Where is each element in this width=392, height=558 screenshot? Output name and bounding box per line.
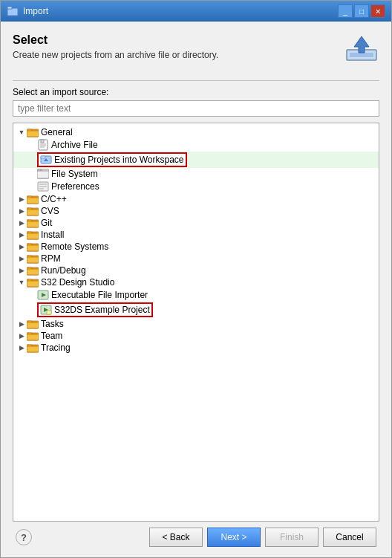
tree-item-git[interactable]: Git (13, 217, 379, 229)
folder-icon-team (27, 331, 39, 341)
window-content: Select Create new projects from an archi… (1, 22, 391, 557)
existing-projects-icon (40, 154, 52, 166)
folder-icon-cpp (27, 194, 39, 204)
folder-icon-git (27, 218, 39, 228)
folder-icon-s32 (27, 277, 39, 288)
filter-input[interactable] (13, 100, 379, 117)
team-label: Team (41, 331, 62, 341)
folder-icon-run-debug (27, 265, 39, 276)
back-button[interactable]: < Back (149, 528, 203, 547)
folder-icon-rpm (27, 253, 39, 264)
tracing-label: Tracing (41, 343, 71, 353)
finish-button[interactable]: Finish (265, 528, 318, 547)
maximize-button[interactable]: □ (354, 4, 369, 18)
remote-systems-label: Remote Systems (41, 241, 108, 252)
svg-rect-46 (27, 281, 39, 287)
tree-item-s32[interactable]: S32 Design Studio (13, 276, 379, 288)
archive-file-icon (37, 139, 49, 151)
tree-item-cpp[interactable]: C/C++ (13, 193, 379, 205)
page-subtitle: Create new projects from an archive file… (13, 50, 218, 60)
s32ds-example-highlight: S32DS Example Project (37, 302, 153, 317)
svg-rect-54 (27, 322, 39, 328)
tree-item-preferences[interactable]: Preferences (13, 180, 379, 193)
page-title: Select (13, 33, 218, 47)
svg-rect-57 (27, 334, 39, 340)
git-label: Git (41, 218, 52, 228)
existing-projects-label: Existing Projects into Workspace (54, 155, 184, 165)
folder-icon-remote (27, 241, 39, 252)
svg-rect-7 (27, 131, 39, 137)
folder-icon-cvs (27, 206, 39, 216)
svg-rect-9 (41, 140, 44, 143)
svg-rect-1 (7, 7, 12, 9)
tree-item-rpm[interactable]: RPM (13, 253, 379, 265)
cancel-button[interactable]: Cancel (323, 528, 376, 547)
general-label: General (41, 127, 73, 137)
tree-item-tracing[interactable]: Tracing (13, 342, 379, 354)
tree-item-cvs[interactable]: CVS (13, 205, 379, 217)
header-icon (344, 33, 379, 65)
expand-arrow-rpm[interactable] (16, 253, 27, 264)
separator (13, 80, 379, 81)
tree-item-file-system[interactable]: File System (13, 168, 379, 180)
tree-item-remote-systems[interactable]: Remote Systems (13, 241, 379, 253)
file-system-label: File System (51, 169, 98, 179)
next-button[interactable]: Next > (207, 528, 261, 547)
tree-item-archive-file[interactable]: Archive File (13, 138, 379, 152)
title-bar: Import _ □ ✕ (1, 1, 391, 22)
window-icon (7, 5, 19, 17)
s32ds-example-label: S32DS Example Project (54, 305, 150, 315)
close-button[interactable]: ✕ (370, 4, 385, 18)
run-debug-label: Run/Debug (41, 265, 86, 276)
bottom-bar: ? < Back Next > Finish Cancel (13, 522, 379, 550)
svg-rect-18 (37, 171, 49, 178)
tree-item-team[interactable]: Team (13, 330, 379, 342)
tasks-label: Tasks (41, 319, 64, 329)
expand-arrow-cvs[interactable] (16, 206, 27, 216)
page-header: Select Create new projects from an archi… (13, 33, 379, 65)
expand-arrow-tracing[interactable] (16, 343, 27, 353)
folder-icon-tracing (27, 343, 39, 353)
filter-label: Select an import source: (13, 87, 379, 97)
tree-container[interactable]: General Archive File (13, 123, 379, 522)
svg-rect-28 (27, 210, 39, 215)
expand-arrow-remote[interactable] (16, 241, 27, 252)
folder-icon-general (27, 127, 39, 137)
expand-arrow-s32[interactable] (16, 277, 27, 288)
tree-item-exec-importer[interactable]: Executable File Importer (13, 288, 379, 302)
minimize-button[interactable]: _ (338, 4, 353, 18)
expand-arrow-cpp[interactable] (16, 194, 27, 204)
expand-arrow-git[interactable] (16, 218, 27, 228)
help-button[interactable]: ? (16, 529, 32, 545)
s32-label: S32 Design Studio (41, 277, 114, 288)
cpp-label: C/C++ (41, 194, 67, 204)
tree-item-tasks[interactable]: Tasks (13, 318, 379, 330)
tree-item-existing-projects[interactable]: Existing Projects into Workspace (13, 152, 379, 168)
svg-rect-14 (41, 156, 45, 158)
svg-rect-60 (27, 346, 39, 352)
svg-rect-34 (27, 233, 39, 239)
exec-importer-icon (37, 289, 49, 301)
tree-item-install[interactable]: Install (13, 229, 379, 241)
expand-arrow-run-debug[interactable] (16, 265, 27, 276)
folder-icon-tasks (27, 319, 39, 329)
window-title: Import (23, 6, 48, 16)
install-label: Install (41, 230, 64, 240)
expand-arrow-team[interactable] (16, 331, 27, 341)
s32ds-example-icon (40, 304, 52, 316)
exec-importer-label: Executable File Importer (51, 290, 148, 300)
preferences-icon (37, 181, 49, 192)
expand-arrow-install[interactable] (16, 230, 27, 240)
cvs-label: CVS (41, 206, 59, 216)
tree-item-general[interactable]: General (13, 126, 379, 138)
expand-arrow-tasks[interactable] (16, 319, 27, 329)
expand-arrow-general[interactable] (16, 127, 27, 137)
tree-item-run-debug[interactable]: Run/Debug (13, 265, 379, 276)
tree-item-s32ds-example[interactable]: S32DS Example Project (13, 302, 379, 318)
svg-rect-3 (350, 53, 373, 57)
svg-rect-37 (27, 245, 39, 251)
svg-rect-25 (27, 198, 39, 204)
preferences-label: Preferences (51, 181, 99, 192)
import-dialog: Import _ □ ✕ Select Create new projects … (0, 0, 392, 558)
svg-rect-31 (27, 221, 39, 227)
